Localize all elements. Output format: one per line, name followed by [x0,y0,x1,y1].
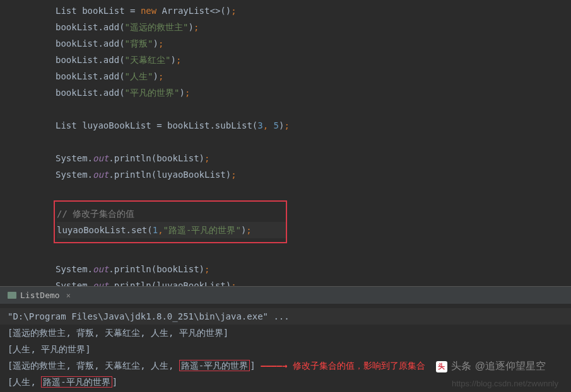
highlighted-code-line: luyaoBookList.set(1,"路遥-平凡的世界"); [57,222,286,238]
run-config-icon [8,292,16,299]
run-tab-bar: ListDemo × [0,287,571,304]
highlighted-output: 路遥-平凡的世界 [41,376,112,388]
close-icon[interactable]: × [66,291,71,300]
run-panel: ListDemo × "D:\Program Files\Java\jdk1.8… [0,286,571,392]
watermark-label: 头条 [451,360,471,373]
watermark-author: @追逐仰望星空 [475,360,546,373]
code-line: bookList.add("遥远的救世主"); [0,19,571,35]
code-line: bookList.add("平凡的世界"); [0,84,571,101]
console-line: [人生, 平凡的世界] [0,341,571,357]
code-editor[interactable]: List bookList = new ArrayList<>();bookLi… [0,0,571,286]
source-url: https://blog.csdn.net/zwwnnly [452,379,558,388]
highlighted-code-block: // 修改子集合的值 luyaoBookList.set(1,"路遥-平凡的世界… [54,200,287,243]
run-tab[interactable]: ListDemo × [3,288,76,303]
console-line: [遥远的救世主, 背叛, 天幕红尘, 人生, 平凡的世界] [0,325,571,341]
code-line: List bookList = new ArrayList<>(); [0,3,571,19]
watermark: 头 头条 @追逐仰望星空 [436,360,546,373]
highlighted-output: 路遥-平凡的世界 [179,360,250,371]
code-line: System.out.println(luyaoBookList); [0,277,571,286]
code-line: bookList.add("人生"); [0,68,571,84]
code-line: System.out.println(bookList); [0,150,571,166]
watermark-icon: 头 [436,361,447,372]
run-tab-label: ListDemo [20,291,60,300]
comment-text: // 修改子集合的值 [57,209,134,219]
console-command: "D:\Program Files\Java\jdk1.8.0_251\bin\… [0,308,571,325]
code-line: System.out.println(bookList); [0,261,571,277]
annotation-arrow: ————→ [256,360,293,371]
code-line: bookList.add("背叛"); [0,35,571,52]
code-line: bookList.add("天幕红尘"); [0,52,571,68]
code-line: System.out.println(luyaoBookList); [0,166,571,183]
code-line: List luyaoBookList = bookList.subList(3,… [0,117,571,134]
annotation-text: 修改子集合的值，影响到了原集合 [293,360,425,371]
